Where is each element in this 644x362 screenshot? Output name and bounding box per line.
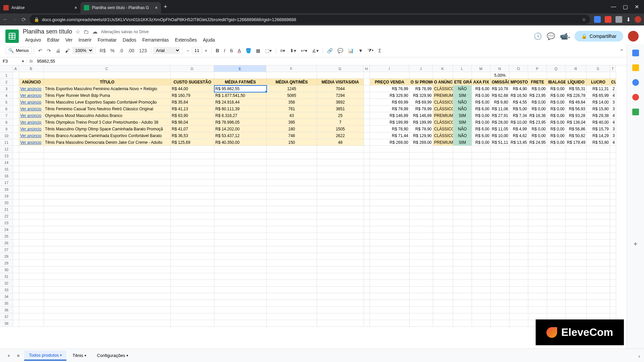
cell[interactable]: R$ 0,00: [528, 106, 547, 112]
cell[interactable]: [410, 199, 433, 206]
cell[interactable]: [171, 320, 214, 327]
cell[interactable]: [13, 119, 19, 126]
cell[interactable]: [171, 260, 214, 266]
row-header[interactable]: 6: [0, 106, 13, 112]
cell[interactable]: R$ 95.862,55: [214, 85, 267, 92]
cell[interactable]: R$ 56,86: [566, 126, 587, 132]
cell[interactable]: [370, 266, 410, 273]
menu-item[interactable]: Extensões: [173, 36, 199, 44]
cell[interactable]: R$ 4,90: [509, 85, 528, 92]
column-header[interactable]: G: [317, 65, 364, 72]
cell[interactable]: [610, 226, 616, 233]
row-header[interactable]: 33: [0, 287, 13, 293]
cell[interactable]: R$ 146,89: [370, 112, 410, 119]
cell[interactable]: [410, 206, 433, 213]
cell[interactable]: R$ 41,13: [171, 106, 214, 112]
cell[interactable]: [171, 293, 214, 300]
cell[interactable]: [317, 153, 364, 159]
cell[interactable]: R$ 11,06: [491, 106, 509, 112]
cell[interactable]: [528, 199, 547, 206]
cell[interactable]: [370, 253, 410, 260]
cell[interactable]: [587, 193, 610, 199]
cell[interactable]: [19, 240, 44, 246]
cell[interactable]: R$ 40,00: [587, 119, 610, 126]
cell[interactable]: 2: [610, 85, 616, 92]
cell[interactable]: [267, 220, 317, 226]
cell[interactable]: [491, 153, 509, 159]
cell[interactable]: [472, 146, 491, 153]
cell[interactable]: R$ 23,95: [528, 119, 547, 126]
cell[interactable]: [410, 260, 433, 266]
cell[interactable]: IBALAGE: [547, 79, 566, 85]
cell[interactable]: 4: [610, 112, 616, 119]
cell[interactable]: R$ 0,00: [472, 119, 491, 126]
cell[interactable]: R$ 53,80: [587, 139, 610, 146]
cell[interactable]: [472, 186, 491, 193]
cell[interactable]: [453, 233, 472, 240]
cell[interactable]: [19, 233, 44, 240]
cell[interactable]: [528, 253, 547, 260]
cell[interactable]: [364, 85, 370, 92]
cell[interactable]: [317, 159, 364, 166]
cell[interactable]: [13, 266, 19, 273]
cell[interactable]: [13, 206, 19, 213]
menu-item[interactable]: Ferramentas: [140, 36, 171, 44]
cell[interactable]: [13, 106, 19, 112]
row-header[interactable]: 21: [0, 206, 13, 213]
cell[interactable]: [370, 313, 410, 320]
cell[interactable]: [44, 246, 171, 253]
cell[interactable]: [13, 293, 19, 300]
cell[interactable]: [528, 146, 547, 153]
cell[interactable]: [364, 173, 370, 179]
cell[interactable]: [547, 146, 566, 153]
cell[interactable]: [547, 193, 566, 199]
cell[interactable]: [364, 260, 370, 266]
cell[interactable]: [364, 139, 370, 146]
cell[interactable]: [547, 313, 566, 320]
cell[interactable]: [44, 233, 171, 240]
keep-icon[interactable]: [632, 64, 639, 71]
cell[interactable]: [491, 293, 509, 300]
cell[interactable]: [13, 307, 19, 313]
filter-view-icon[interactable]: ⧩▾: [366, 46, 376, 55]
cell[interactable]: 7294: [317, 92, 364, 99]
minimize-icon[interactable]: —: [611, 4, 616, 10]
row-header[interactable]: 16: [0, 173, 13, 179]
cell[interactable]: [566, 206, 587, 213]
cell[interactable]: [610, 266, 616, 273]
comment-icon[interactable]: 💬: [547, 32, 555, 40]
cell[interactable]: [547, 280, 566, 287]
cell[interactable]: [433, 280, 453, 287]
cell[interactable]: [364, 206, 370, 213]
browser-tab[interactable]: Análise×: [0, 2, 80, 13]
cell[interactable]: [528, 193, 547, 199]
cell[interactable]: [509, 213, 528, 220]
cell[interactable]: [267, 293, 317, 300]
cell[interactable]: [267, 280, 317, 287]
cell[interactable]: [566, 273, 587, 280]
cell[interactable]: [509, 307, 528, 313]
column-header[interactable]: T: [610, 65, 616, 72]
cell[interactable]: [13, 179, 19, 186]
menu-item[interactable]: Formatar: [95, 36, 119, 44]
cell[interactable]: [364, 253, 370, 260]
cell[interactable]: R$ 16,50: [509, 92, 528, 99]
cell[interactable]: [547, 199, 566, 206]
cell[interactable]: [472, 240, 491, 246]
cell[interactable]: [13, 220, 19, 226]
cell[interactable]: R$ 15,80: [587, 106, 610, 112]
cell[interactable]: [13, 260, 19, 266]
cell[interactable]: [587, 287, 610, 293]
cell[interactable]: [528, 273, 547, 280]
cell[interactable]: [433, 287, 453, 293]
column-header[interactable]: I: [370, 65, 409, 72]
rotate-icon[interactable]: ∡▾: [310, 47, 321, 55]
cell[interactable]: [610, 153, 616, 159]
cell[interactable]: R$ 78,99: [370, 106, 410, 112]
cell[interactable]: 7044: [317, 85, 364, 92]
cell[interactable]: [370, 213, 410, 220]
italic-icon[interactable]: I: [222, 47, 227, 55]
row-header[interactable]: 29: [0, 260, 13, 266]
row-header[interactable]: 13: [0, 153, 13, 159]
cell[interactable]: 3: [610, 106, 616, 112]
